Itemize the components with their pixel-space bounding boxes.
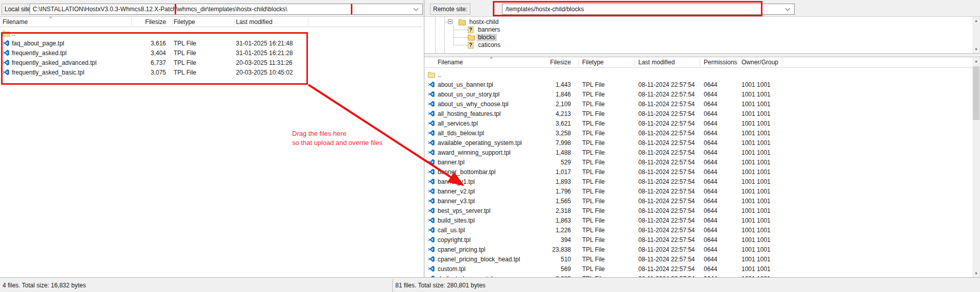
scrollbar-thumb[interactable] [973,66,979,120]
cell-filetype: TPL File [582,187,605,197]
file-row[interactable]: about_us_our_story.tpl1,846TPL File08-11… [425,90,972,100]
scroll-down-icon[interactable]: ▼ [972,270,980,277]
column-resizer[interactable] [737,58,738,66]
cell-filename: banner_v1.tpl [438,177,475,187]
file-row[interactable]: frequently_asked.tpl3,404TPL File31-01-2… [0,48,423,58]
remote-path-dropdown-arrow[interactable] [783,4,793,14]
cell-modified: 08-11-2024 22:57:54 [638,187,695,197]
file-row[interactable]: frequently_asked_basic.tpl3,075TPL File2… [0,68,423,78]
column-resizer[interactable] [634,58,635,66]
tree-node-label: hostx-child [468,18,500,26]
scroll-up-icon[interactable]: ▲ [972,17,980,25]
remote-list-scrollbar[interactable]: ▲ ▼ [972,57,980,277]
cell-filesize: 1,796 [525,187,571,197]
remote-col-filetype[interactable]: Filetype [582,57,604,67]
cell-filesize: 1,443 [525,80,571,90]
remote-col-modified[interactable]: Last modified [638,57,675,67]
remote-col-owner[interactable]: Owner/Group [742,57,778,67]
column-resizer[interactable] [234,18,234,26]
local-col-filename[interactable]: Filename [3,17,28,27]
file-row[interactable]: frequently_asked_advanced.tpl6,737TPL Fi… [0,58,423,68]
file-row[interactable]: .. [0,29,423,39]
cell-permissions: 0644 [704,138,718,148]
file-row[interactable]: about_us_banner.tpl1,443TPL File08-11-20… [425,80,972,90]
tree-scrollbar[interactable]: ▲ ▼ [972,17,980,53]
remote-path-input[interactable]: /templates/hostx-child/blocks [502,4,795,15]
file-row[interactable]: all_tlds_below.tpl3,258TPL File08-11-202… [425,129,972,138]
cell-filesize: 3,616 [125,39,166,48]
cell-filename: cpanel_pricing.tpl [438,245,485,255]
cell-filetype: TPL File [582,206,605,216]
cell-permissions: 0644 [704,264,718,274]
file-row[interactable]: banner.tpl529TPL File08-11-2024 22:57:54… [425,158,972,167]
file-row[interactable]: .. [425,70,972,80]
tree-row[interactable]: blocks [425,34,972,41]
cell-permissions: 0644 [704,90,718,100]
cell-permissions: 0644 [704,226,718,235]
file-row[interactable]: all_hosting_features.tpl4,213TPL File08-… [425,109,972,119]
cell-filename: frequently_asked_basic.tpl [12,68,84,78]
file-row[interactable]: best_vps_server.tpl2,318TPL File08-11-20… [425,206,972,216]
file-row[interactable]: banner_v3.tpl1,565TPL File08-11-2024 22:… [425,197,972,206]
local-col-modified[interactable]: Last modified [236,17,272,27]
file-row[interactable]: banner_v1.tpl1,893TPL File08-11-2024 22:… [425,177,972,187]
cell-owner: 1001 1001 [742,109,771,119]
cell-modified: 08-11-2024 22:57:54 [638,177,695,187]
file-row[interactable]: all_services.tpl3,621TPL File08-11-2024 … [425,119,972,129]
remote-col-permissions[interactable]: Permissions [704,57,737,67]
file-row[interactable]: cpanel_pricing_block_head.tpl510TPL File… [425,255,972,264]
local-path-dropdown-arrow[interactable] [412,4,421,14]
column-resizer[interactable] [700,58,700,66]
chevron-down-icon [414,6,419,11]
remote-col-filesize[interactable]: Filesize [525,57,571,67]
file-row[interactable]: call_us.tpl1,226TPL File08-11-2024 22:57… [425,226,972,235]
tree-row[interactable]: hostx-child [425,18,972,26]
column-resizer[interactable] [172,18,173,26]
status-divider [392,279,393,292]
cell-permissions: 0644 [704,255,718,264]
file-row[interactable]: copyright.tpl394TPL File08-11-2024 22:57… [425,235,972,245]
cell-permissions: 0644 [704,109,718,119]
cell-owner: 1001 1001 [742,100,771,109]
scroll-down-icon[interactable]: ▼ [972,45,980,53]
cell-filename: banner_v2.tpl [438,187,475,197]
cell-permissions: 0644 [704,148,718,158]
panel-divider[interactable] [424,0,424,277]
file-row[interactable]: award_winning_support.tpl1,488TPL File08… [425,148,972,158]
file-row[interactable]: available_operating_system.tpl7,998TPL F… [425,138,972,148]
cell-modified: 08-11-2024 22:57:54 [638,216,695,226]
file-row[interactable]: faq_about_page.tpl3,616TPL File31-01-202… [0,39,423,48]
file-row[interactable]: banner_v2.tpl1,796TPL File08-11-2024 22:… [425,187,972,197]
remote-col-filename[interactable]: Filename [438,57,463,67]
tpl-file-icon [3,69,9,79]
cell-modified: 08-11-2024 22:57:54 [638,80,695,90]
tree-row[interactable]: ?banners [425,26,972,34]
column-resizer[interactable] [131,18,132,26]
file-row[interactable]: custom.tpl569TPL File08-11-2024 22:57:54… [425,264,972,274]
column-resizer[interactable] [308,18,308,26]
file-row[interactable]: about_us_why_choose.tpl2,109TPL File08-1… [425,100,972,109]
sort-asc-icon: ^ [50,16,52,21]
cell-permissions: 0644 [704,100,718,109]
cell-filesize: 1,017 [525,167,571,177]
column-resizer[interactable] [782,58,783,66]
cell-permissions: 0644 [704,167,718,177]
local-col-filetype[interactable]: Filetype [174,17,195,27]
cell-filename: available_operating_system.tpl [438,138,522,148]
tree-list-splitter[interactable] [424,53,980,57]
cell-filetype: TPL File [582,167,605,177]
tree-collapse-icon[interactable] [448,19,452,24]
svg-text:?: ? [469,42,472,48]
remote-list-header: Filename ^ Filesize Filetype Last modifi… [425,57,972,68]
local-status-text: 4 files. Total size: 16,832 bytes [3,281,86,289]
file-row[interactable]: build_sites.tpl1,863TPL File08-11-2024 2… [425,216,972,226]
local-path-input[interactable]: C:\INSTALLATION\HostxV3.0.3-Whmcs8.12.X-… [30,4,423,15]
cell-filetype: TPL File [582,80,605,90]
file-row[interactable]: banner_bottombar.tpl1,017TPL File08-11-2… [425,167,972,177]
tree-node-label: blocks [476,34,497,41]
tree-row[interactable]: ?caticons [425,41,972,49]
cell-modified: 08-11-2024 22:57:54 [638,167,695,177]
column-resizer[interactable] [578,58,579,66]
file-row[interactable]: cpanel_pricing.tpl23,838TPL File08-11-20… [425,245,972,255]
scroll-up-icon[interactable]: ▲ [972,57,980,65]
